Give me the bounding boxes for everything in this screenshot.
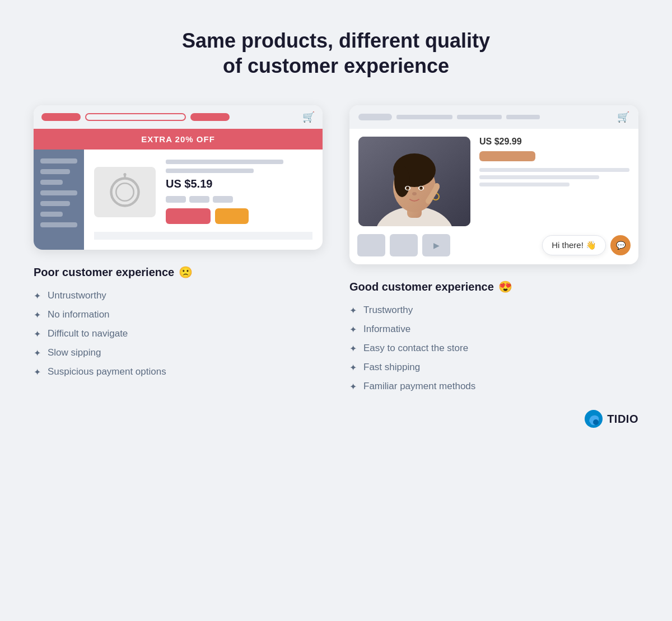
bad-pill-red bbox=[41, 113, 81, 121]
svg-point-0 bbox=[111, 178, 139, 206]
right-column: 🛒 bbox=[349, 105, 638, 392]
list-item: ✦ Fast shipping bbox=[349, 362, 638, 373]
good-product-image bbox=[358, 137, 470, 226]
bad-body: US $5.19 bbox=[34, 150, 323, 250]
bad-top-bar: 🛒 bbox=[34, 105, 323, 129]
good-store-mockup: 🛒 bbox=[349, 105, 638, 264]
poor-feature-list: ✦ Untrustworthy ✦ No information ✦ Diffi… bbox=[34, 290, 323, 377]
good-thumbnail-play: ▶ bbox=[422, 234, 450, 256]
good-experience-label: Good customer experience 😍 bbox=[349, 280, 638, 293]
list-item: ✦ Suspicious payment options bbox=[34, 366, 323, 377]
svg-point-12 bbox=[407, 187, 409, 189]
list-item: ✦ Familiar payment methods bbox=[349, 381, 638, 392]
bad-attr-row bbox=[166, 196, 312, 203]
tidio-icon bbox=[585, 410, 603, 428]
bad-btn-row bbox=[166, 208, 312, 224]
good-thumbnail-2 bbox=[390, 234, 418, 256]
bad-cart-icon: 🛒 bbox=[302, 111, 315, 123]
star-icon: ✦ bbox=[349, 324, 357, 335]
bad-product-info: US $5.19 bbox=[166, 160, 312, 224]
svg-point-3 bbox=[123, 172, 126, 175]
left-column: 🛒 EXTRA 20% OFF bbox=[34, 105, 323, 377]
columns-container: 🛒 EXTRA 20% OFF bbox=[34, 105, 638, 392]
svg-point-21 bbox=[593, 419, 599, 425]
list-item: ✦ Trustworthy bbox=[349, 305, 638, 316]
list-item: ✦ Slow sipping bbox=[34, 347, 323, 358]
bad-sidebar bbox=[34, 150, 84, 250]
bad-pill-outline bbox=[85, 113, 186, 121]
chat-icon: 💬 bbox=[616, 241, 626, 250]
svg-point-16 bbox=[412, 192, 417, 195]
star-icon: ✦ bbox=[34, 329, 41, 339]
svg-point-9 bbox=[394, 166, 410, 197]
bad-content: US $5.19 bbox=[84, 150, 323, 250]
good-feature-list: ✦ Trustworthy ✦ Informative ✦ Easy to co… bbox=[349, 305, 638, 392]
tidio-label: TIDIO bbox=[607, 413, 638, 426]
bad-price: US $5.19 bbox=[166, 178, 312, 190]
star-icon: ✦ bbox=[349, 343, 357, 354]
good-body: US $29.99 bbox=[349, 129, 638, 234]
good-add-to-cart-btn[interactable] bbox=[479, 151, 535, 161]
good-bottom-row: ▶ Hi there! 👋 💬 bbox=[349, 234, 638, 264]
good-cart-icon: 🛒 bbox=[617, 111, 629, 123]
good-chat-button[interactable]: 💬 bbox=[610, 235, 631, 255]
star-icon: ✦ bbox=[349, 362, 357, 373]
svg-point-19 bbox=[434, 183, 440, 189]
good-product-info: US $29.99 bbox=[479, 137, 629, 226]
star-icon: ✦ bbox=[34, 367, 41, 377]
star-icon: ✦ bbox=[34, 291, 41, 301]
list-item: ✦ Difficult to navigate bbox=[34, 328, 323, 339]
good-thumbnail-1 bbox=[357, 234, 385, 256]
poor-experience-label: Poor customer experience 🙁 bbox=[34, 265, 323, 279]
bad-banner: EXTRA 20% OFF bbox=[34, 129, 323, 150]
star-icon: ✦ bbox=[349, 381, 357, 392]
good-price: US $29.99 bbox=[479, 137, 629, 147]
svg-point-1 bbox=[116, 183, 134, 201]
star-icon: ✦ bbox=[349, 305, 357, 316]
bad-pill-red2 bbox=[190, 113, 230, 121]
svg-point-15 bbox=[421, 187, 422, 189]
page-title: Same products, different quality of cust… bbox=[182, 28, 490, 78]
good-chat-bubble: Hi there! 👋 bbox=[542, 235, 606, 255]
list-item: ✦ Untrustworthy bbox=[34, 290, 323, 301]
bad-product-image bbox=[94, 167, 156, 217]
tidio-logo: TIDIO bbox=[585, 410, 638, 428]
list-item: ✦ No information bbox=[34, 309, 323, 320]
list-item: ✦ Easy to contact the store bbox=[349, 343, 638, 354]
bad-store-mockup: 🛒 EXTRA 20% OFF bbox=[34, 105, 323, 250]
good-top-bar: 🛒 bbox=[349, 105, 638, 129]
bad-product-row: US $5.19 bbox=[94, 160, 312, 224]
star-icon: ✦ bbox=[34, 310, 41, 320]
list-item: ✦ Informative bbox=[349, 324, 638, 335]
star-icon: ✦ bbox=[34, 348, 41, 358]
